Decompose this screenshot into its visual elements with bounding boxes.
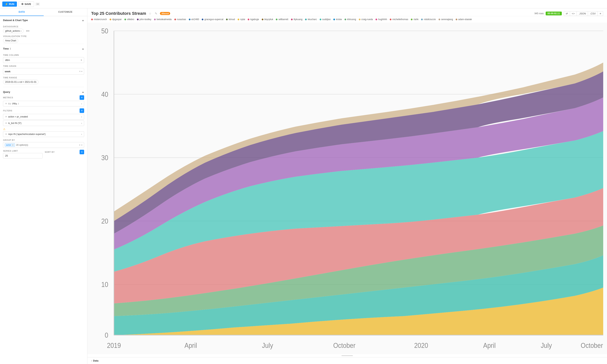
legend-label-19: hughhhh — [378, 18, 387, 21]
time-column-select[interactable]: dttm ▾ — [3, 57, 84, 63]
tab-customize[interactable]: CUSTOMIZE — [44, 8, 87, 16]
legend-label-15: suddjian — [322, 18, 331, 21]
legend-dot-16 — [333, 19, 335, 20]
metrics-label: METRICS — [3, 96, 13, 99]
legend-label-21: riahk — [414, 18, 418, 21]
add-filter-button[interactable]: + — [80, 108, 84, 113]
chart-title: Top 25 Contributors Stream — [91, 11, 146, 16]
dot2 — [27, 31, 28, 31]
group-by-clear-icon[interactable]: ✕ — [79, 144, 81, 146]
svg-text:2020: 2020 — [414, 341, 428, 349]
svg-text:July: July — [541, 341, 552, 349]
legend-dot-15 — [320, 19, 321, 20]
group-by-tag-remove-icon[interactable]: ✕ — [12, 144, 14, 146]
datasource-select[interactable]: github_actions ▾ — [3, 29, 24, 33]
legend-label-16: kristw — [336, 18, 342, 21]
metric-item-prs: ✕ f(x) PRs ℹ › — [3, 101, 84, 106]
legend-dot-24 — [456, 19, 457, 20]
group-by-field: GROUP BY actor ✕ 20 option(s) ✕ ▾ — [3, 139, 84, 148]
legend-item-20: michellethomas — [390, 18, 408, 21]
filters-label: FILTERS — [3, 109, 12, 112]
filter-remove-icon-0[interactable]: ✕ — [5, 115, 7, 118]
vis-type-value: Area Chart — [5, 39, 16, 42]
vis-type-field: VISUALIZATION TYPE Area Chart — [3, 35, 84, 43]
legend-dot-0 — [91, 19, 93, 20]
more-button[interactable]: ≡ — [598, 11, 603, 16]
datasource-row: github_actions ▾ — [3, 29, 84, 33]
legend-item-14: kkucharc — [305, 18, 317, 21]
filters-header: FILTERS + — [3, 108, 84, 113]
datasource-value: github_actions — [5, 30, 20, 32]
left-tabs: DATA CUSTOMIZE — [0, 8, 87, 16]
sort-by-header: SORT BY + — [45, 150, 84, 154]
legend-item-24: adam-stasiak — [456, 18, 472, 21]
save-button[interactable]: ⚙ SAVE — [18, 1, 34, 7]
series-limit-input[interactable] — [3, 153, 42, 158]
filter-left-2: ✕ repo IN ('apache/incubator-superset') — [5, 133, 46, 135]
svg-text:October: October — [581, 341, 603, 349]
keyboard-shortcut-icon: ⌨ — [36, 3, 40, 6]
time-column-caret-icon: ▾ — [81, 59, 82, 62]
series-limit-header: SERIES LIMIT — [3, 150, 42, 152]
legend-dot-2 — [124, 19, 126, 20]
tab-data[interactable]: DATA — [0, 8, 44, 16]
vis-type-select[interactable]: Area Chart — [3, 38, 18, 43]
filter-remove-icon-1[interactable]: ✕ — [5, 122, 7, 125]
add-metric-button[interactable]: + — [80, 95, 84, 100]
filter-expand-icon-0[interactable]: › — [81, 115, 82, 118]
vis-type-label: VISUALIZATION TYPE — [3, 35, 84, 37]
scroll-indicator — [341, 355, 353, 356]
legend-item-19: hughhhh — [376, 18, 387, 21]
legend-label-4: betodealmeida — [157, 18, 172, 21]
dataset-section-title: Dataset & Chart Type — [3, 19, 28, 22]
time-grain-select[interactable]: week ✕ ▾ — [3, 68, 84, 75]
filter-expand-icon-2[interactable]: › — [81, 133, 82, 136]
datasource-field: DATASOURCE github_actions ▾ — [3, 26, 84, 33]
sort-by-field: SORT BY + — [45, 150, 84, 158]
legend-item-15: suddjian — [320, 18, 331, 21]
time-range-label: TIME RANGE — [3, 77, 84, 79]
dataset-section-header[interactable]: Dataset & Chart Type ▲ — [3, 16, 84, 24]
time-grain-field: TIME GRAIN week ✕ ▾ — [3, 65, 84, 75]
filter-left-1: ✕ is_bot IN ('0') — [5, 122, 21, 125]
chart-legend: mistercrunchdpgasparvillebrojohn-bodleyb… — [87, 16, 607, 23]
metrics-header: METRICS + — [3, 95, 84, 100]
run-button[interactable]: ⚡ RUN — [2, 1, 17, 7]
chart-meta: 945 rows 00:00:02.11 ⇄ <> .JSON .CSV ≡ — [534, 11, 603, 16]
code-button[interactable]: <> — [570, 11, 577, 16]
legend-dot-7 — [202, 19, 203, 20]
filter-remove-icon-2[interactable]: ✕ — [5, 133, 7, 135]
svg-text:40: 40 — [101, 90, 108, 98]
legend-dot-18 — [359, 19, 361, 20]
svg-text:0: 0 — [105, 331, 108, 339]
add-sort-button[interactable]: + — [80, 150, 84, 154]
metric-remove-icon[interactable]: ✕ — [5, 102, 7, 105]
filter-warning-row: ⚠ — [3, 127, 84, 131]
group-by-select[interactable]: actor ✕ 20 option(s) ✕ ▾ — [3, 142, 84, 148]
legend-item-5: rusackas — [174, 18, 186, 21]
filter-left-0: ✕ action = pr_created — [5, 115, 28, 118]
legend-label-13: lilykuang — [294, 18, 303, 21]
legend-dot-1 — [109, 19, 111, 20]
main-layout: DATA CUSTOMIZE Dataset & Chart Type ▲ DA… — [0, 8, 607, 364]
csv-button[interactable]: .CSV — [588, 11, 598, 16]
group-by-caret-icon[interactable]: ▾ — [81, 144, 82, 146]
time-range-button[interactable]: 2019-01-01 ≤ col < 2021-01-01 — [3, 80, 39, 84]
legend-item-18: craig-rueda — [359, 18, 373, 21]
json-button[interactable]: .JSON — [577, 11, 588, 16]
query-section-header[interactable]: Query ▲ — [3, 88, 84, 95]
legend-item-3: john-bodley — [137, 18, 151, 21]
dot1 — [26, 31, 27, 31]
svg-text:October: October — [333, 341, 355, 349]
data-section[interactable]: › Data — [87, 357, 607, 364]
time-section-header[interactable]: Time ℹ ▲ — [3, 45, 84, 52]
star-button[interactable]: ☆ — [148, 11, 152, 16]
edit-button[interactable]: ✎ — [154, 11, 158, 16]
time-column-value: dttm — [5, 59, 10, 62]
metric-expand-icon[interactable]: › — [81, 102, 82, 105]
datasource-more-button[interactable] — [25, 30, 30, 32]
filter-expand-icon-1[interactable]: › — [81, 122, 82, 125]
time-range-field: TIME RANGE 2019-01-01 ≤ col < 2021-01-01 — [3, 77, 84, 84]
metric-info-icon[interactable]: ℹ — [18, 103, 19, 105]
query-button[interactable]: ⇄ — [564, 11, 570, 16]
